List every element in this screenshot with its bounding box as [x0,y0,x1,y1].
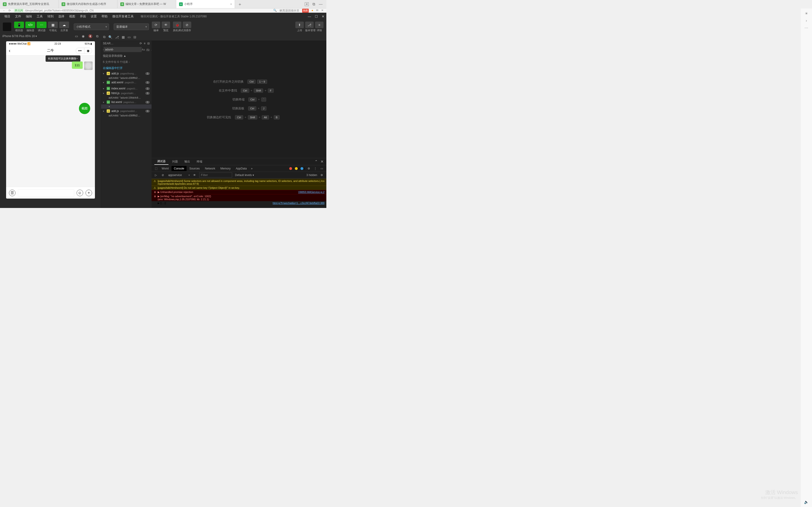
new-tab-button[interactable]: ＋ [235,1,245,7]
console-line-warn[interactable]: ⚠ [pages/talk/html/wxml] Some selectors … [152,179,326,186]
chevron-down-icon[interactable]: ▾ [103,92,105,95]
menu-tools[interactable]: 工具 [34,14,45,18]
gear-icon[interactable]: ⚙ [319,173,324,177]
close-icon[interactable]: ✕ [322,14,324,18]
simulator-button[interactable]: 📱 [14,21,24,28]
sun-icon[interactable]: ☀ [805,11,808,16]
chevron-down-icon[interactable]: ▾ [103,110,105,112]
back-icon[interactable]: ← [3,9,6,12]
tab-terminal[interactable]: 终端 [194,159,205,165]
ext-icon[interactable]: ✉ [316,9,318,13]
search-icon[interactable]: 🔍 [273,9,277,13]
result-file[interactable]: ▾ <> list.wxml pages\us… 1 [101,100,152,105]
result-file[interactable]: ▾ <> add.wxml pages\h… 1 [101,80,152,85]
dock-icon[interactable]: ▭ [319,167,324,170]
popout-icon[interactable]: ⧉ [96,34,98,38]
result-file[interactable]: ▾ <> index.wxml pages\i… 1 [101,86,152,91]
console-line-warn[interactable]: ⚠ [pages/talk/html/wxml] Do not set same… [152,186,326,190]
chevron-icon[interactable]: › [806,18,807,23]
menu-project[interactable]: 项目 [2,14,13,18]
tab-console[interactable]: Console [171,166,187,171]
tab-close-icon[interactable]: × [229,3,232,6]
tab-count[interactable]: 4 [305,2,309,6]
ext-icon[interactable]: ● [312,9,313,13]
result-file[interactable]: ▾ JS add.js pages\wallet… 1 [101,109,152,113]
console-log[interactable]: ⚠ [pages/talk/html/wxml] Some selectors … [152,178,326,208]
mute-icon[interactable]: 🔇 [88,34,92,38]
detail-button[interactable]: ≡ [315,21,323,28]
console-line-info[interactable]: ▶ [{…}] html.js?t=wechat&s=1…c3ccf47debf… [152,201,326,205]
compile-button[interactable]: ⟳ [152,21,160,28]
debugger-button[interactable]: ⋯ [37,21,47,28]
search-input[interactable] [104,47,142,52]
ext-icon[interactable]: ✕ [321,9,323,13]
version-button[interactable]: ⎇ [305,21,314,28]
back-icon[interactable]: ‹ [9,48,11,53]
tab-wxml[interactable]: Wxml [159,166,171,171]
menu-edit[interactable]: 编辑 [23,14,34,18]
tab-memory[interactable]: Memory [218,166,233,171]
menu-view[interactable]: 视图 [67,14,78,18]
remote-debug-button[interactable]: 🐞 [173,21,182,28]
more-icon[interactable]: ⋯ [805,25,808,30]
message-input[interactable] [18,189,74,197]
result-file[interactable]: ▾ JS add.js pages\hong… 1 [101,71,152,76]
project-avatar[interactable] [3,22,11,31]
play-icon[interactable]: ▷ [153,173,158,177]
screenshot-button[interactable]: 截图 [79,103,90,114]
close-icon[interactable]: × [109,105,110,108]
emoji-icon[interactable]: ☺ [77,190,83,196]
tab-sources[interactable]: Sources [187,166,202,171]
upload-button[interactable]: ⬆ [295,21,304,28]
inspect-icon[interactable]: ⬚ [153,167,159,170]
minimize-icon[interactable]: — [308,14,311,18]
responsive-icon[interactable]: ▭ [75,34,78,38]
menu-settings[interactable]: 设置 [88,14,99,18]
menu-icon[interactable]: ••• [76,48,84,54]
menu-ui[interactable]: 界面 [78,14,88,18]
source-link[interactable]: VM855:WAService.js:2 [298,190,324,193]
browser-tab-0[interactable]: ⚙ 免费资源共享吧_互联网专业资讯 [0,0,59,8]
source-link[interactable]: html.js?t=wechat&s=1…c3ccf47debffa03:389 [272,202,324,205]
close-icon[interactable]: ✕ [320,159,323,164]
chat-body[interactable]: 长按消息可以交换和删除~ 111 截图 [6,55,95,187]
menu-wechat-devtools[interactable]: 微信开发者工具 [110,14,136,18]
search-icon[interactable]: 🔍 [108,35,112,39]
clear-console-icon[interactable]: ⊘ [160,173,165,177]
result-file[interactable]: ▾ JS html.js pages\talk\… 1 [101,91,152,96]
open-in-editor-link[interactable]: 在编辑器中打开 [103,66,123,70]
chevron-down-icon[interactable]: ▾ [103,101,105,104]
compile-mode-dropdown[interactable]: 普通编译 [114,23,149,30]
case-icon[interactable]: Aa [142,48,145,51]
chevron-up-icon[interactable]: ⌃ [315,159,318,164]
tab-debugger[interactable]: 调试器 [154,158,168,165]
minimize-icon[interactable]: — [319,2,322,6]
clear-icon[interactable]: ≡ [144,42,145,45]
chat-message[interactable]: 111 [72,57,93,70]
browser-tab-2[interactable]: ⚙ 编辑文章 ‹ 免费资源共享吧 — W [117,0,176,8]
preview-button[interactable]: 👁 [162,21,170,28]
plus-icon[interactable]: ＋ [86,190,92,196]
extensions-icon[interactable]: ⧉ [312,2,315,6]
branch-icon[interactable]: ⎇ [115,35,119,39]
url-text[interactable]: /devprofile/get_profile?token=490959643&… [25,9,94,12]
visual-button[interactable]: ▦ [48,21,58,28]
tab-problems[interactable]: 问题 [169,159,181,165]
menu-help[interactable]: 帮助 [99,14,110,18]
chevron-down-icon[interactable]: ▾ [103,72,105,75]
device-selector[interactable]: iPhone 6/7/8 Plus 85% 16 ▾ [2,35,37,38]
refresh-icon[interactable]: ⟳ [140,42,142,45]
cloud-button[interactable]: ☁ [59,21,69,28]
kebab-icon[interactable]: ⋮ [312,167,318,170]
hot-badge[interactable]: 热搜 [302,9,309,13]
clear-cache-button[interactable]: ⊘ [183,21,191,28]
chevron-down-icon[interactable]: ▾ [103,87,105,90]
voice-icon[interactable]: ☰ [9,190,15,196]
panel-icon[interactable]: ▭ [128,35,131,39]
word-icon[interactable]: Ab [146,48,149,51]
app-mode-dropdown[interactable]: 小程序模式 [74,23,109,30]
levels-dropdown[interactable]: Default levels ▾ [234,173,259,177]
browser-tab-1[interactable]: ⚙ 微信聊天内容制作生成器小程序 [59,0,117,8]
maximize-icon[interactable]: ☐ [315,14,318,18]
refresh-icon[interactable]: ⟳ [8,9,11,12]
